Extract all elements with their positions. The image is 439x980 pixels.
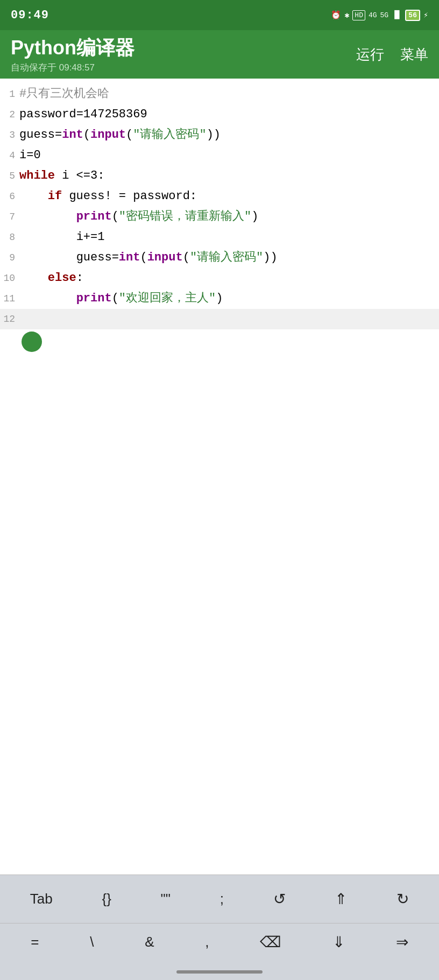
- code-line-11: 11 print("欢迎回家，主人"): [0, 288, 439, 309]
- line-number-4: 4: [0, 145, 19, 166]
- line-content-2: password=147258369: [19, 104, 439, 125]
- code-line-7: 7 print("密码错误，请重新输入"): [0, 207, 439, 227]
- line-number-3: 3: [0, 125, 19, 145]
- signal-bars-icon: ▐▌: [392, 10, 402, 20]
- hd-icon: HD: [352, 10, 365, 20]
- code-line-1: 1 #只有三次机会哈: [0, 84, 439, 104]
- key-backslash[interactable]: \: [83, 932, 100, 953]
- bluetooth-icon: ✱: [344, 10, 349, 20]
- line-number-12: 12: [0, 309, 19, 329]
- status-time: 09:49: [11, 9, 49, 22]
- key-right[interactable]: ⇒: [390, 931, 415, 953]
- line-number-5: 5: [0, 166, 19, 186]
- key-redo[interactable]: ↻: [390, 888, 415, 910]
- home-indicator: [0, 966, 439, 980]
- menu-button[interactable]: 菜单: [400, 45, 428, 64]
- line-number-2: 2: [0, 104, 19, 125]
- line-number-9: 9: [0, 248, 19, 268]
- line-number-6: 6: [0, 186, 19, 207]
- code-line-12: 12: [0, 309, 439, 329]
- line-content-3: guess=int(input("请输入密码")): [19, 125, 439, 145]
- keyboard-toolbar-row1: Tab {} "" ; ↺ ⇑ ↻: [0, 875, 439, 923]
- code-line-10: 10 else:: [0, 268, 439, 288]
- line-content-1: #只有三次机会哈: [19, 84, 439, 104]
- code-line-2: 2 password=147258369: [0, 104, 439, 125]
- app-title-block: Python编译器 自动保存于 09:48:57: [11, 35, 134, 74]
- line-content-11: print("欢迎回家，主人"): [19, 288, 439, 309]
- code-line-4: 4 i=0: [0, 145, 439, 166]
- app-actions: 运行 菜单: [356, 45, 428, 64]
- line-content-6: if guess! = password:: [19, 186, 439, 207]
- key-quotes[interactable]: "": [154, 889, 177, 910]
- code-line-8: 8 i+=1: [0, 227, 439, 248]
- line-content-4: i=0: [19, 145, 439, 166]
- key-tab[interactable]: Tab: [24, 889, 59, 910]
- key-ampersand[interactable]: &: [138, 932, 160, 953]
- signal-4g-icon: 4G: [369, 11, 377, 19]
- line-content-8: i+=1: [19, 227, 439, 248]
- line-number-1: 1: [0, 84, 19, 104]
- line-content-5: while i <=3:: [19, 166, 439, 186]
- line-number-10: 10: [0, 268, 19, 288]
- status-bar: 09:49 ⏰ ✱ HD 4G 5G ▐▌ 56 ⚡: [0, 0, 439, 30]
- key-equals[interactable]: =: [24, 932, 45, 953]
- alarm-icon: ⏰: [331, 10, 341, 20]
- line-number-8: 8: [0, 227, 19, 248]
- code-editor[interactable]: 1 #只有三次机会哈 2 password=147258369 3 guess=…: [0, 79, 439, 616]
- key-braces[interactable]: {}: [95, 889, 117, 910]
- key-semicolon[interactable]: ;: [214, 889, 230, 910]
- key-undo[interactable]: ↺: [267, 888, 292, 910]
- status-icons: ⏰ ✱ HD 4G 5G ▐▌ 56 ⚡: [331, 10, 428, 21]
- app-subtitle: 自动保存于 09:48:57: [11, 61, 134, 74]
- line-content-9: guess=int(input("请输入密码")): [19, 248, 439, 268]
- app-title: Python编译器: [11, 35, 134, 61]
- key-backspace[interactable]: ⌫: [253, 931, 288, 953]
- code-line-5: 5 while i <=3:: [0, 166, 439, 186]
- key-up[interactable]: ⇑: [328, 888, 353, 910]
- line-number-7: 7: [0, 207, 19, 227]
- line-content-10: else:: [19, 268, 439, 288]
- code-empty-area[interactable]: [0, 616, 439, 875]
- key-comma[interactable]: ,: [199, 932, 215, 953]
- code-line-3: 3 guess=int(input("请输入密码")): [0, 125, 439, 145]
- signal-5g-icon: 5G: [380, 11, 389, 19]
- code-line-6: 6 if guess! = password:: [0, 186, 439, 207]
- charging-icon: ⚡: [423, 10, 428, 20]
- line-number-11: 11: [0, 288, 19, 309]
- battery-icon: 56: [405, 10, 420, 21]
- code-line-9: 9 guess=int(input("请输入密码")): [0, 248, 439, 268]
- app-header: Python编译器 自动保存于 09:48:57 运行 菜单: [0, 30, 439, 79]
- run-button[interactable]: 运行: [356, 45, 384, 64]
- cursor-dot: [22, 332, 42, 352]
- keyboard-toolbar-row2: = \ & , ⌫ ⇓ ⇒: [0, 923, 439, 966]
- home-bar: [176, 970, 263, 974]
- key-down[interactable]: ⇓: [326, 931, 351, 953]
- line-content-7: print("密码错误，请重新输入"): [19, 207, 439, 227]
